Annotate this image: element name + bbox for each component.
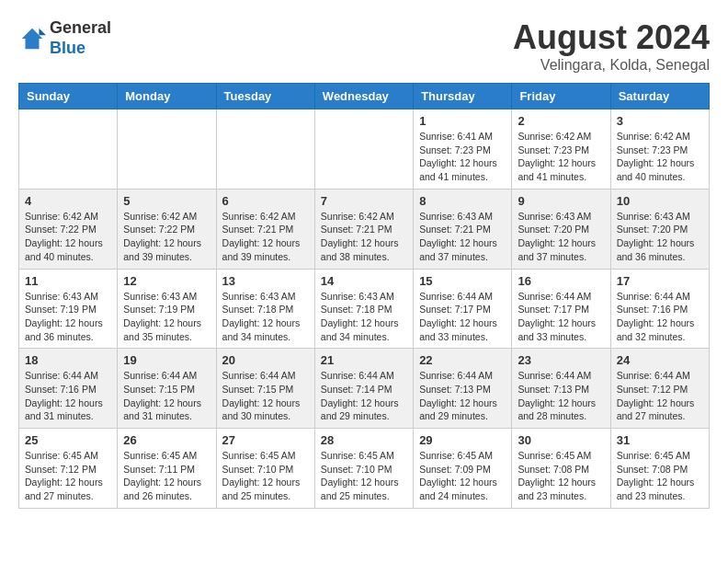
day-info: Sunrise: 6:41 AMSunset: 7:23 PMDaylight:…: [419, 130, 506, 184]
calendar-cell: 10Sunrise: 6:43 AMSunset: 7:20 PMDayligh…: [610, 189, 709, 269]
weekday-header-wednesday: Wednesday: [314, 84, 413, 109]
calendar-cell: 23Sunrise: 6:44 AMSunset: 7:13 PMDayligh…: [512, 349, 610, 429]
day-number: 26: [123, 433, 210, 447]
calendar-cell: 3Sunrise: 6:42 AMSunset: 7:23 PMDaylight…: [610, 109, 709, 190]
day-info: Sunrise: 6:44 AMSunset: 7:15 PMDaylight:…: [123, 369, 210, 423]
calendar-cell: 6Sunrise: 6:42 AMSunset: 7:21 PMDaylight…: [216, 189, 314, 269]
calendar-table: SundayMondayTuesdayWednesdayThursdayFrid…: [18, 83, 710, 509]
calendar-cell: 13Sunrise: 6:43 AMSunset: 7:18 PMDayligh…: [216, 269, 314, 349]
day-number: 3: [617, 114, 703, 128]
page-header: General Blue August 2024 Velingara, Kold…: [18, 18, 710, 74]
logo-icon: [18, 25, 46, 52]
day-info: Sunrise: 6:45 AMSunset: 7:12 PMDaylight:…: [25, 449, 111, 503]
weekday-header-row: SundayMondayTuesdayWednesdayThursdayFrid…: [19, 84, 710, 109]
day-info: Sunrise: 6:42 AMSunset: 7:23 PMDaylight:…: [617, 130, 703, 184]
day-number: 31: [617, 433, 703, 447]
day-info: Sunrise: 6:45 AMSunset: 7:10 PMDaylight:…: [321, 449, 407, 503]
day-info: Sunrise: 6:42 AMSunset: 7:21 PMDaylight:…: [321, 210, 407, 264]
calendar-cell: [19, 109, 118, 190]
calendar-cell: 9Sunrise: 6:43 AMSunset: 7:20 PMDaylight…: [512, 189, 610, 269]
day-number: 6: [222, 194, 309, 208]
day-info: Sunrise: 6:44 AMSunset: 7:15 PMDaylight:…: [222, 369, 309, 423]
day-number: 22: [419, 353, 506, 367]
day-number: 30: [518, 433, 604, 447]
page-subtitle: Velingara, Kolda, Senegal: [513, 57, 710, 74]
day-info: Sunrise: 6:43 AMSunset: 7:20 PMDaylight:…: [518, 210, 604, 264]
calendar-cell: 8Sunrise: 6:43 AMSunset: 7:21 PMDaylight…: [414, 189, 512, 269]
weekday-header-monday: Monday: [118, 84, 216, 109]
calendar-cell: 17Sunrise: 6:44 AMSunset: 7:16 PMDayligh…: [610, 269, 709, 349]
day-number: 10: [617, 194, 703, 208]
calendar-cell: 27Sunrise: 6:45 AMSunset: 7:10 PMDayligh…: [216, 429, 314, 509]
day-number: 28: [321, 433, 407, 447]
calendar-cell: 2Sunrise: 6:42 AMSunset: 7:23 PMDaylight…: [512, 109, 610, 190]
day-info: Sunrise: 6:43 AMSunset: 7:19 PMDaylight:…: [123, 290, 210, 344]
day-info: Sunrise: 6:44 AMSunset: 7:16 PMDaylight:…: [617, 290, 703, 344]
calendar-cell: [118, 109, 216, 190]
calendar-cell: [314, 109, 413, 190]
day-number: 14: [321, 274, 407, 288]
day-number: 24: [617, 353, 703, 367]
day-number: 1: [419, 114, 506, 128]
calendar-cell: 31Sunrise: 6:45 AMSunset: 7:08 PMDayligh…: [610, 429, 709, 509]
logo-text: General Blue: [50, 18, 111, 58]
weekday-header-thursday: Thursday: [414, 84, 512, 109]
calendar-cell: 21Sunrise: 6:44 AMSunset: 7:14 PMDayligh…: [314, 349, 413, 429]
day-info: Sunrise: 6:43 AMSunset: 7:19 PMDaylight:…: [25, 290, 111, 344]
calendar-cell: 22Sunrise: 6:44 AMSunset: 7:13 PMDayligh…: [414, 349, 512, 429]
day-info: Sunrise: 6:44 AMSunset: 7:13 PMDaylight:…: [518, 369, 604, 423]
day-number: 29: [419, 433, 506, 447]
day-number: 16: [518, 274, 604, 288]
day-info: Sunrise: 6:43 AMSunset: 7:18 PMDaylight:…: [222, 290, 309, 344]
calendar-week-row: 1Sunrise: 6:41 AMSunset: 7:23 PMDaylight…: [19, 109, 710, 190]
weekday-header-sunday: Sunday: [19, 84, 118, 109]
day-number: 11: [25, 274, 111, 288]
calendar-week-row: 25Sunrise: 6:45 AMSunset: 7:12 PMDayligh…: [19, 429, 710, 509]
calendar-cell: 15Sunrise: 6:44 AMSunset: 7:17 PMDayligh…: [414, 269, 512, 349]
calendar-cell: 14Sunrise: 6:43 AMSunset: 7:18 PMDayligh…: [314, 269, 413, 349]
day-info: Sunrise: 6:44 AMSunset: 7:17 PMDaylight:…: [419, 290, 506, 344]
day-number: 18: [25, 353, 111, 367]
weekday-header-tuesday: Tuesday: [216, 84, 314, 109]
day-info: Sunrise: 6:45 AMSunset: 7:10 PMDaylight:…: [222, 449, 309, 503]
calendar-week-row: 18Sunrise: 6:44 AMSunset: 7:16 PMDayligh…: [19, 349, 710, 429]
calendar-cell: 12Sunrise: 6:43 AMSunset: 7:19 PMDayligh…: [118, 269, 216, 349]
day-info: Sunrise: 6:44 AMSunset: 7:14 PMDaylight:…: [321, 369, 407, 423]
day-number: 2: [518, 114, 604, 128]
day-number: 27: [222, 433, 309, 447]
weekday-header-friday: Friday: [512, 84, 610, 109]
day-info: Sunrise: 6:45 AMSunset: 7:11 PMDaylight:…: [123, 449, 210, 503]
calendar-cell: 28Sunrise: 6:45 AMSunset: 7:10 PMDayligh…: [314, 429, 413, 509]
day-number: 7: [321, 194, 407, 208]
svg-marker-1: [40, 28, 47, 35]
calendar-cell: [216, 109, 314, 190]
calendar-cell: 16Sunrise: 6:44 AMSunset: 7:17 PMDayligh…: [512, 269, 610, 349]
day-info: Sunrise: 6:42 AMSunset: 7:21 PMDaylight:…: [222, 210, 309, 264]
day-info: Sunrise: 6:44 AMSunset: 7:17 PMDaylight:…: [518, 290, 604, 344]
page-title: August 2024: [513, 18, 710, 57]
day-info: Sunrise: 6:44 AMSunset: 7:13 PMDaylight:…: [419, 369, 506, 423]
calendar-cell: 18Sunrise: 6:44 AMSunset: 7:16 PMDayligh…: [19, 349, 118, 429]
day-number: 5: [123, 194, 210, 208]
day-number: 8: [419, 194, 506, 208]
day-number: 23: [518, 353, 604, 367]
calendar-week-row: 4Sunrise: 6:42 AMSunset: 7:22 PMDaylight…: [19, 189, 710, 269]
day-number: 25: [25, 433, 111, 447]
calendar-cell: 4Sunrise: 6:42 AMSunset: 7:22 PMDaylight…: [19, 189, 118, 269]
day-number: 9: [518, 194, 604, 208]
calendar-cell: 20Sunrise: 6:44 AMSunset: 7:15 PMDayligh…: [216, 349, 314, 429]
day-info: Sunrise: 6:45 AMSunset: 7:09 PMDaylight:…: [419, 449, 506, 503]
day-info: Sunrise: 6:43 AMSunset: 7:18 PMDaylight:…: [321, 290, 407, 344]
title-area: August 2024 Velingara, Kolda, Senegal: [513, 18, 710, 74]
day-number: 12: [123, 274, 210, 288]
day-info: Sunrise: 6:42 AMSunset: 7:22 PMDaylight:…: [25, 210, 111, 264]
calendar-cell: 29Sunrise: 6:45 AMSunset: 7:09 PMDayligh…: [414, 429, 512, 509]
calendar-cell: 26Sunrise: 6:45 AMSunset: 7:11 PMDayligh…: [118, 429, 216, 509]
day-info: Sunrise: 6:44 AMSunset: 7:16 PMDaylight:…: [25, 369, 111, 423]
calendar-week-row: 11Sunrise: 6:43 AMSunset: 7:19 PMDayligh…: [19, 269, 710, 349]
calendar-cell: 11Sunrise: 6:43 AMSunset: 7:19 PMDayligh…: [19, 269, 118, 349]
day-info: Sunrise: 6:45 AMSunset: 7:08 PMDaylight:…: [518, 449, 604, 503]
weekday-header-saturday: Saturday: [610, 84, 709, 109]
calendar-cell: 7Sunrise: 6:42 AMSunset: 7:21 PMDaylight…: [314, 189, 413, 269]
logo: General Blue: [18, 18, 111, 58]
